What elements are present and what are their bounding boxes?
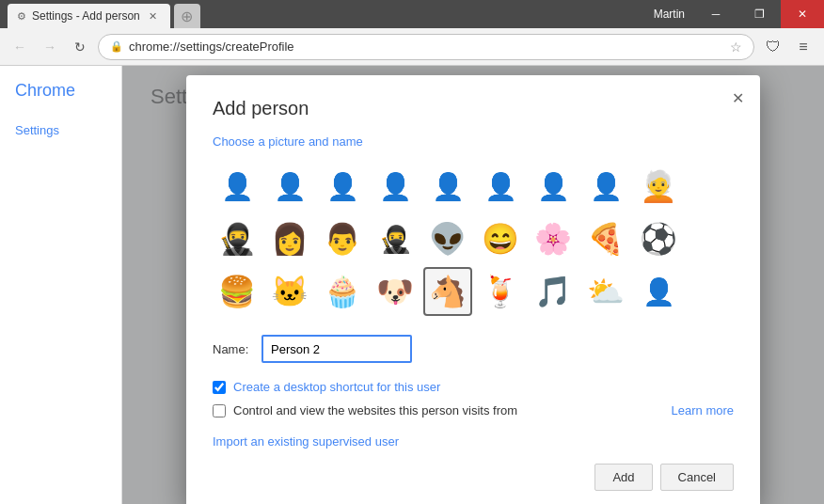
dialog-subtitle: Choose a picture and name [213, 134, 734, 149]
titlebar-right: Martin ─ ❐ ✕ [644, 0, 824, 28]
user-name: Martin [644, 8, 694, 21]
sidebar-logo: Chrome [0, 81, 121, 116]
avatar-ninja[interactable]: 🥷 [213, 214, 261, 263]
tab-title: Settings - Add person [32, 9, 140, 23]
checkbox-supervised-row: Control and view the websites this perso… [213, 403, 734, 417]
dialog-title: Add person [213, 98, 734, 119]
avatar-silhouette-red[interactable]: 👤 [529, 162, 578, 211]
avatar-cloud[interactable]: ⛅ [581, 267, 630, 316]
avatar-silhouette-yellow[interactable]: 👤 [581, 162, 630, 211]
name-row: Name: [213, 335, 734, 363]
menu-button[interactable]: ≡ [790, 34, 816, 60]
cancel-button[interactable]: Cancel [660, 464, 734, 491]
bookmark-icon[interactable]: ☆ [730, 39, 742, 55]
avatar-flower[interactable]: 🌸 [529, 214, 578, 263]
tab-area: ⚙ Settings - Add person ✕ ⊕ [0, 0, 200, 28]
avatar-cupcake[interactable]: 🧁 [318, 267, 367, 316]
close-button[interactable]: ✕ [781, 0, 824, 28]
checkbox-desktop-shortcut-row: Create a desktop shortcut for this user [213, 380, 734, 394]
refresh-button[interactable]: ↻ [68, 35, 92, 59]
addressbar: ← → ↻ 🔒 chrome://settings/createProfile … [0, 28, 824, 66]
content-area: Settings ✕ Add person Choose a picture a… [122, 66, 824, 504]
name-label: Name: [213, 342, 250, 356]
avatar-woman[interactable]: 👩 [265, 214, 314, 263]
avatar-smiley[interactable]: 😄 [476, 214, 525, 263]
avatar-alien[interactable]: 👽 [423, 214, 472, 263]
restore-button[interactable]: ❐ [737, 0, 781, 28]
avatar-silhouette-blue[interactable]: 👤 [318, 162, 367, 211]
extension-icon[interactable]: 🛡 [760, 34, 786, 60]
add-button[interactable]: Add [594, 464, 652, 491]
avatar-burger[interactable]: 🍔 [213, 267, 261, 316]
new-tab-button[interactable]: ⊕ [174, 4, 200, 28]
modal-overlay: ✕ Add person Choose a picture and name 👤… [122, 66, 824, 504]
minimize-button[interactable]: ─ [694, 0, 737, 28]
avatar-music[interactable]: 🎵 [529, 267, 578, 316]
sidebar: Chrome Settings [0, 66, 122, 504]
avatar-cocktail[interactable]: 🍹 [476, 267, 525, 316]
addressbar-right: 🛡 ≡ [760, 34, 816, 60]
url-bar[interactable]: 🔒 chrome://settings/createProfile ☆ [98, 34, 754, 60]
dialog-close-button[interactable]: ✕ [726, 87, 749, 109]
checkbox-desktop-shortcut[interactable] [213, 381, 226, 394]
avatar-horse[interactable]: 🐴 [423, 267, 472, 316]
avatar-pizza[interactable]: 🍕 [581, 214, 630, 263]
dialog-footer: Add Cancel [213, 464, 734, 491]
url-scheme-icon: 🔒 [110, 40, 123, 53]
checkbox-supervised-label: Control and view the websites this perso… [233, 403, 517, 417]
avatar-silhouette-orange[interactable]: 👤 [423, 162, 472, 211]
avatar-silhouette-green[interactable]: 👤 [371, 162, 420, 211]
checkbox-supervised[interactable] [213, 404, 226, 417]
import-supervised-user-link[interactable]: Import an existing supervised user [213, 434, 399, 449]
avatar-soccer[interactable]: ⚽ [634, 214, 683, 263]
add-person-dialog: ✕ Add person Choose a picture and name 👤… [186, 75, 760, 504]
avatar-blonde[interactable]: 🧑‍🦳 [634, 162, 683, 211]
url-text: chrome://settings/createProfile [129, 39, 724, 54]
main-area: Chrome Settings Settings ✕ Add person Ch… [0, 66, 824, 504]
forward-button[interactable]: → [38, 35, 62, 59]
name-input[interactable] [261, 335, 412, 363]
tab-close-button[interactable]: ✕ [146, 8, 161, 24]
avatar-man-dark[interactable]: 👨 [318, 214, 367, 263]
checkbox-desktop-shortcut-label: Create a desktop shortcut for this user [233, 380, 440, 394]
avatar-cat[interactable]: 🐱 [265, 267, 314, 316]
active-tab[interactable]: ⚙ Settings - Add person ✕ [8, 4, 170, 28]
avatar-default[interactable]: 👤 [634, 267, 683, 316]
titlebar: ⚙ Settings - Add person ✕ ⊕ Martin ─ ❐ ✕ [0, 0, 824, 28]
tab-favicon: ⚙ [17, 10, 26, 23]
avatar-silhouette-purple[interactable]: 👤 [476, 162, 525, 211]
avatar-dog[interactable]: 🐶 [371, 267, 420, 316]
avatar-ninja2[interactable]: 🥷 [371, 214, 420, 263]
titlebar-left: ⚙ Settings - Add person ✕ ⊕ [0, 0, 644, 28]
back-button[interactable]: ← [8, 35, 32, 59]
learn-more-link[interactable]: Learn more [672, 403, 734, 417]
sidebar-item-settings[interactable]: Settings [0, 116, 121, 145]
avatar-silhouette-white[interactable]: 👤 [213, 162, 261, 211]
avatar-silhouette-teal[interactable]: 👤 [265, 162, 314, 211]
avatar-grid: 👤 👤 👤 👤 👤 👤 👤 👤 🧑‍🦳 🥷 👩 👨 🥷 👽 😄 [213, 162, 734, 316]
